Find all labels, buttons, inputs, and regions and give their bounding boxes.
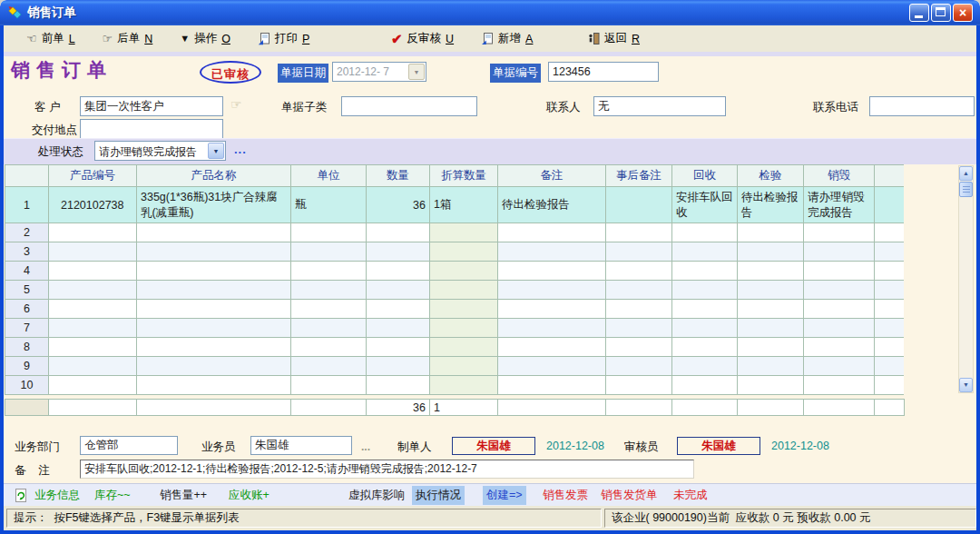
scroll-up-button[interactable]: ▲ bbox=[959, 166, 973, 181]
column-header[interactable]: 销毁 bbox=[804, 165, 875, 187]
row-number[interactable]: 8 bbox=[5, 338, 49, 357]
chevron-down-icon[interactable]: ▼ bbox=[408, 64, 425, 80]
phone-input[interactable] bbox=[869, 96, 975, 116]
cell-conv_qty[interactable] bbox=[430, 242, 498, 262]
cell-unit[interactable] bbox=[291, 281, 367, 300]
cell-destroy[interactable] bbox=[804, 357, 875, 376]
column-header[interactable]: 单位 bbox=[291, 165, 367, 187]
cell-inspect[interactable] bbox=[738, 262, 804, 281]
cell-unit[interactable] bbox=[291, 357, 367, 376]
cell-qty[interactable] bbox=[367, 357, 430, 376]
chevron-down-icon[interactable]: ▼ bbox=[208, 143, 224, 159]
column-header[interactable]: 事后备注 bbox=[606, 165, 672, 187]
cell-spare[interactable] bbox=[875, 319, 905, 338]
cell-name[interactable] bbox=[137, 338, 291, 357]
cell-code[interactable] bbox=[49, 300, 137, 319]
delivery-input[interactable] bbox=[80, 119, 223, 139]
lookup-hand-icon[interactable]: ☞ bbox=[230, 97, 242, 112]
cell-post_remark[interactable] bbox=[606, 242, 672, 262]
cell-destroy[interactable] bbox=[804, 376, 875, 395]
toolbar-button-new[interactable]: 新增A bbox=[478, 29, 535, 48]
cell-spare[interactable] bbox=[875, 223, 905, 242]
cell-name[interactable] bbox=[137, 300, 291, 319]
cell-spare[interactable] bbox=[875, 262, 905, 281]
cell-recycle[interactable]: 安排车队回收 bbox=[672, 187, 738, 223]
cell-code[interactable]: 2120102738 bbox=[49, 187, 137, 223]
inventory-link[interactable]: 库存~~ bbox=[94, 488, 131, 503]
cell-recycle[interactable] bbox=[672, 357, 738, 376]
cell-qty[interactable] bbox=[367, 338, 430, 357]
cell-conv_qty[interactable] bbox=[430, 281, 498, 300]
cell-unit[interactable] bbox=[291, 262, 367, 281]
cell-name[interactable]: 335g(1*36瓶)31块广合辣腐乳(减重瓶) bbox=[137, 187, 291, 223]
cell-destroy[interactable] bbox=[804, 223, 875, 242]
remark-input[interactable] bbox=[80, 460, 694, 479]
cell-recycle[interactable] bbox=[672, 338, 738, 357]
cell-remark[interactable] bbox=[498, 262, 606, 281]
scrollbar-thumb[interactable] bbox=[959, 182, 973, 197]
cell-conv_qty[interactable] bbox=[430, 319, 498, 338]
cell-recycle[interactable] bbox=[672, 242, 738, 262]
cell-name[interactable] bbox=[137, 262, 291, 281]
sales-invoice-link[interactable]: 销售发票 bbox=[543, 488, 588, 503]
doc-date-combo[interactable]: 2012-12- 7 ▼ bbox=[332, 62, 426, 82]
toolbar-button-next[interactable]: ☞ 后单N bbox=[100, 29, 156, 48]
cell-remark[interactable]: 待出检验报告 bbox=[498, 187, 606, 223]
cell-post_remark[interactable] bbox=[606, 338, 672, 357]
row-number[interactable]: 1 bbox=[5, 187, 49, 223]
cell-name[interactable] bbox=[137, 242, 291, 262]
cell-recycle[interactable] bbox=[672, 262, 738, 281]
row-number[interactable]: 6 bbox=[5, 300, 49, 319]
cell-post_remark[interactable] bbox=[606, 376, 672, 395]
cell-code[interactable] bbox=[49, 357, 137, 376]
cell-qty[interactable] bbox=[367, 319, 430, 338]
doc-no-input[interactable] bbox=[548, 62, 659, 82]
subtype-input[interactable] bbox=[341, 96, 477, 116]
cell-spare[interactable] bbox=[875, 338, 905, 357]
cell-qty[interactable] bbox=[367, 281, 430, 300]
cell-destroy[interactable] bbox=[804, 262, 875, 281]
cell-name[interactable] bbox=[137, 281, 291, 300]
cell-inspect[interactable]: 待出检验报告 bbox=[738, 187, 804, 223]
cell-qty[interactable] bbox=[367, 262, 430, 281]
contact-input[interactable] bbox=[593, 96, 726, 116]
cell-remark[interactable] bbox=[498, 223, 606, 242]
scroll-down-button[interactable]: ▼ bbox=[959, 378, 973, 392]
cell-spare[interactable] bbox=[875, 300, 905, 319]
cell-inspect[interactable] bbox=[738, 300, 804, 319]
cell-inspect[interactable] bbox=[738, 357, 804, 376]
toolbar-button-return[interactable]: 返回R bbox=[584, 29, 642, 48]
exec-status-button[interactable]: 执行情况 bbox=[412, 486, 465, 505]
row-number[interactable]: 3 bbox=[5, 242, 49, 262]
cell-conv_qty[interactable] bbox=[430, 357, 498, 376]
cell-remark[interactable] bbox=[498, 357, 606, 376]
dept-input[interactable] bbox=[80, 436, 178, 455]
cell-remark[interactable] bbox=[498, 338, 606, 357]
cell-destroy[interactable] bbox=[804, 281, 875, 300]
cell-recycle[interactable] bbox=[672, 223, 738, 242]
cell-destroy[interactable]: 请办理销毁完成报告 bbox=[804, 187, 875, 223]
cell-conv_qty[interactable] bbox=[430, 376, 498, 395]
sales-delivery-link[interactable]: 销售发货单 bbox=[601, 488, 658, 503]
cell-conv_qty[interactable] bbox=[430, 262, 498, 281]
more-button[interactable]: ... bbox=[234, 143, 247, 156]
cell-qty[interactable] bbox=[367, 300, 430, 319]
row-number[interactable]: 2 bbox=[5, 223, 49, 242]
cell-remark[interactable] bbox=[498, 281, 606, 300]
cell-conv_qty[interactable] bbox=[430, 338, 498, 357]
cell-spare[interactable] bbox=[875, 357, 905, 376]
column-header[interactable]: 回收 bbox=[672, 165, 738, 187]
toolbar-button-operate[interactable]: ▼ 操作O bbox=[177, 29, 233, 48]
cell-recycle[interactable] bbox=[672, 300, 738, 319]
row-number[interactable]: 7 bbox=[5, 319, 49, 338]
column-header[interactable]: 数量 bbox=[367, 165, 430, 187]
cell-name[interactable] bbox=[137, 223, 291, 242]
cell-post_remark[interactable] bbox=[606, 357, 672, 376]
cell-remark[interactable] bbox=[498, 319, 606, 338]
cell-inspect[interactable] bbox=[738, 338, 804, 357]
cell-code[interactable] bbox=[49, 281, 137, 300]
column-header[interactable]: 备注 bbox=[498, 165, 606, 187]
cell-inspect[interactable] bbox=[738, 242, 804, 262]
column-header[interactable]: 折算数量 bbox=[430, 165, 498, 187]
toolbar-button-unaudit[interactable]: ✔ 反审核U bbox=[388, 29, 456, 48]
